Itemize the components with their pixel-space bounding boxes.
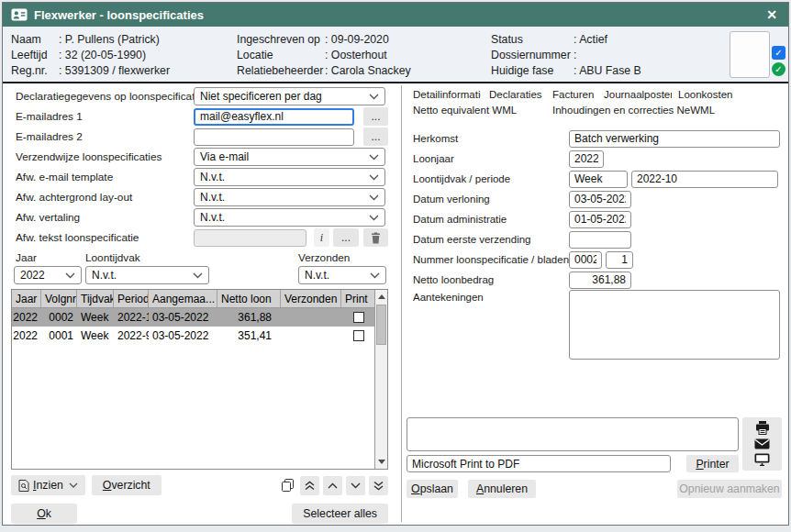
header-col-identity: NaamP. Pullens (Patrick) Leeftijd32 (20-… — [11, 31, 170, 78]
jaar-filter-select[interactable]: 2022 — [14, 266, 82, 284]
declaratiegegevens-select[interactable]: Niet specificeren per dag — [194, 87, 385, 105]
datum-eerste-verzending-row: Datum eerste verzending — [413, 229, 785, 249]
tekst-browse-button[interactable]: ... — [333, 228, 359, 247]
nummer-bladen-label: Nummer loonspecificatie / bladen — [413, 254, 569, 265]
nummer-bladen-row: Nummer loonspecificatie / bladen — [413, 249, 785, 270]
email2-input[interactable] — [194, 128, 354, 146]
bladen-input[interactable] — [606, 251, 633, 269]
email2-label: E-mailadres 2 — [16, 130, 194, 143]
close-icon[interactable]: ✕ — [763, 7, 780, 22]
print-checkbox[interactable] — [353, 312, 364, 323]
col-periode[interactable]: Periode — [114, 290, 149, 307]
datum-verloning-input[interactable] — [569, 191, 631, 208]
datum-administratie-input[interactable] — [569, 211, 631, 228]
col-print[interactable]: Print — [341, 290, 375, 307]
print-button[interactable] — [742, 420, 782, 436]
move-first-button[interactable] — [300, 476, 319, 495]
herkomst-input[interactable] — [569, 130, 780, 148]
document-icon — [18, 480, 29, 492]
green-check-icon[interactable]: ✓ — [772, 62, 785, 76]
table-scrollbar[interactable] — [374, 290, 387, 469]
col-netto-loon[interactable]: Netto loon — [217, 290, 281, 307]
window-title: Flexwerker - loonspecificaties — [34, 8, 763, 22]
inzien-button[interactable]: Inzien — [11, 475, 85, 495]
header-col-status: StatusActief Dossiernummer Huidige faseA… — [491, 31, 641, 78]
col-aangemaakt[interactable]: Aangemaa... — [149, 290, 217, 307]
email1-browse-button[interactable]: ... — [363, 107, 388, 126]
subtab-netto-equivalent-wml[interactable]: Netto equivalent WML — [413, 105, 537, 116]
printer-button[interactable]: Printer — [686, 455, 739, 472]
col-jaar[interactable]: Jaar — [12, 290, 41, 307]
chevron-up-icon — [328, 482, 338, 489]
move-up-button[interactable] — [323, 476, 342, 495]
move-down-button[interactable] — [346, 476, 365, 495]
chevron-down-icon — [369, 174, 379, 181]
email1-input[interactable] — [194, 108, 354, 126]
leeftijd-label: Leeftijd — [11, 49, 59, 61]
regnr-label: Reg.nr. — [11, 64, 59, 77]
datum-eerste-verzending-input[interactable] — [569, 231, 631, 249]
col-volgnr[interactable]: Volgnr — [41, 290, 77, 307]
tab-journaalposten[interactable]: Journaalposten — [604, 89, 672, 100]
copy-pages-button[interactable] — [278, 476, 296, 495]
scrollbar-thumb[interactable] — [376, 305, 386, 345]
loontijdvak-filter-select[interactable]: N.v.t. — [85, 266, 209, 284]
header-col-registration: Ingeschreven op09-09-2020 LocatieOosterh… — [237, 31, 411, 78]
table-row[interactable]: 2022 0002 Week 2022-10 03-05-2022 361,88 — [12, 308, 387, 327]
printer-name-input[interactable] — [407, 455, 671, 472]
ok-button[interactable]: Ok — [11, 504, 77, 524]
screen-view-button[interactable] — [742, 452, 782, 468]
email2-browse-button[interactable]: ... — [363, 127, 388, 146]
save-actions-row: Opslaan Annuleren Opnieuw aanmaken — [407, 480, 782, 498]
tab-loonkosten[interactable]: Loonkosten — [678, 89, 735, 100]
verzonden-filter-select[interactable]: N.v.t. — [298, 266, 386, 284]
delete-button[interactable] — [363, 228, 388, 247]
table-row[interactable]: 2022 0001 Week 2022-9 03-05-2022 351,41 — [12, 327, 387, 345]
aantekeningen-textarea[interactable] — [569, 290, 780, 360]
scroll-up-icon[interactable] — [375, 290, 387, 304]
tab-detailinformatie[interactable]: Detailinformatie — [413, 89, 481, 100]
loonjaar-input[interactable] — [569, 150, 604, 168]
cell-verzonden — [281, 308, 341, 327]
overzicht-button[interactable]: Overzicht — [92, 475, 162, 495]
move-last-button[interactable] — [369, 476, 388, 495]
loonjaar-label: Loonjaar — [413, 153, 569, 164]
opslaan-button[interactable]: Opslaan — [407, 480, 458, 498]
loonspecificaties-settings-panel: Declaratiegegevens op loonspecificatie N… — [11, 86, 388, 524]
loontijdvak-input[interactable] — [569, 171, 628, 188]
annuleren-button[interactable]: Annuleren — [468, 480, 536, 498]
periode-input[interactable] — [631, 171, 778, 188]
ingeschreven-label: Ingeschreven op — [237, 33, 325, 46]
herkomst-label: Herkomst — [413, 133, 569, 144]
status-value: Actief — [574, 33, 607, 46]
blue-checkbox-icon[interactable]: ✓ — [772, 46, 785, 60]
app-window: Flexwerker - loonspecificaties ✕ NaamP. … — [2, 2, 789, 526]
loonspecificaties-table: Jaar Volgnr Tijdvak Periode Aangemaa... … — [11, 289, 388, 470]
tekst-loonspecificatie-label: Afw. tekst loonspecificatie — [16, 231, 194, 244]
scroll-down-icon[interactable] — [375, 455, 387, 469]
dossiernummer-value — [574, 49, 580, 61]
detail-form: Herkomst Loonjaar Loontijdvak / periode … — [413, 128, 785, 360]
subtab-inhoudingen-correcties[interactable]: Inhoudingen en correcties NeWML — [552, 105, 727, 116]
cell-jaar: 2022 — [12, 308, 41, 327]
netto-loonbedrag-input[interactable] — [569, 272, 631, 289]
email-send-button[interactable] — [742, 436, 782, 451]
email-template-select[interactable]: N.v.t. — [194, 168, 385, 186]
detail-subtabs: Netto equivalent WML Inhoudingen en corr… — [413, 105, 787, 118]
selecteer-alles-button[interactable]: Selecteer alles — [292, 504, 388, 524]
achtergrond-layout-select[interactable]: N.v.t. — [194, 188, 385, 206]
nummer-loonspecificatie-input[interactable] — [569, 251, 602, 269]
print-queue-box[interactable] — [407, 417, 739, 451]
cell-tijdvak: Week — [77, 327, 114, 345]
info-button[interactable]: i — [314, 228, 329, 247]
cell-tijdvak: Week — [77, 308, 114, 327]
print-checkbox[interactable] — [353, 330, 364, 341]
tab-facturen[interactable]: Facturen — [552, 89, 596, 100]
datum-verloning-row: Datum verloning — [413, 189, 785, 209]
vertaling-select[interactable]: N.v.t. — [194, 208, 385, 227]
col-verzonden[interactable]: Verzonden — [281, 290, 341, 307]
col-tijdvak[interactable]: Tijdvak — [77, 290, 114, 307]
opnieuw-aanmaken-button[interactable]: Opnieuw aanmaken — [677, 480, 782, 498]
verzendwijze-select[interactable]: Via e-mail — [194, 148, 385, 166]
tab-declaraties[interactable]: Declaraties — [489, 89, 546, 100]
